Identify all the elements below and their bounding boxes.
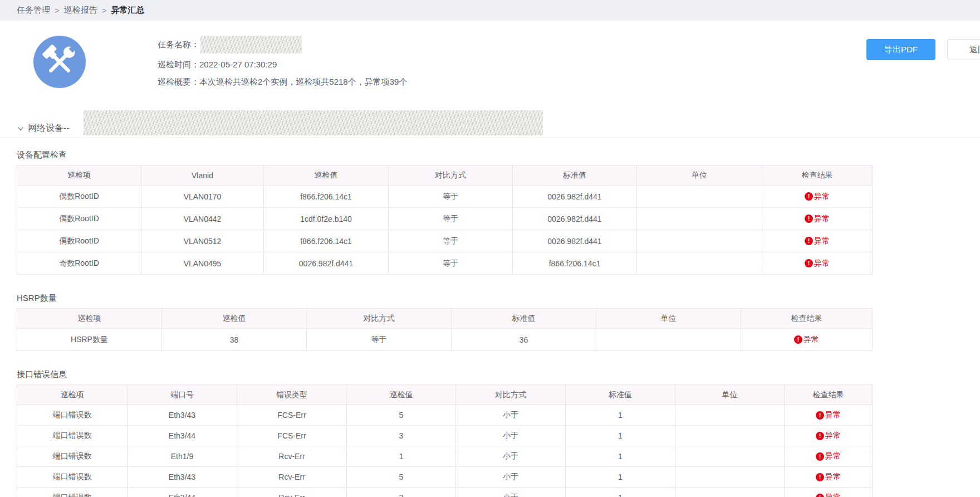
table-cell: 小于 [456,467,566,488]
table-cell [675,467,785,488]
status-badge: !异常 [816,410,841,420]
inspection-table: 巡检项Vlanid巡检值对比方式标准值单位检查结果偶数RootIDVLAN017… [17,165,873,275]
task-tools-icon [33,36,86,88]
column-header: Vlanid [141,165,264,186]
status-badge: !异常 [805,259,830,269]
status-label: 异常 [814,214,830,224]
column-header: 巡检项 [17,385,128,405]
column-header: 检查结果 [785,385,873,405]
table-cell: 5 [347,405,456,426]
status-label: 异常 [825,451,841,461]
table-cell: VLAN0170 [141,186,264,208]
table-cell: !异常 [785,467,873,488]
breadcrumb-item-inspection-report[interactable]: 巡检报告 [64,5,97,16]
table-cell: !异常 [762,252,873,275]
exclamation-circle-icon: ! [794,335,802,344]
exclamation-circle-icon: ! [816,432,824,440]
task-name-redacted-value [200,36,302,53]
table-cell: 36 [452,329,596,351]
table-row: 奇数RootIDVLAN04950026.982f.d441等于f866.f20… [17,252,873,275]
column-header: 对比方式 [389,165,513,186]
table-cell: 1 [566,467,675,488]
column-header: 端口号 [128,385,237,405]
table-cell: 奇数RootID [17,252,141,275]
table-cell: 1 [566,426,675,446]
tables-area: 设备配置检查巡检项Vlanid巡检值对比方式标准值单位检查结果偶数RootIDV… [17,149,872,497]
table-cell [675,488,785,497]
export-pdf-button[interactable]: 导出PDF [866,39,935,60]
table-cell: 1cdf.0f2e.b140 [264,208,389,230]
table-cell: 等于 [389,186,513,208]
inspection-table: 巡检项端口号错误类型巡检值对比方式标准值单位检查结果端口错误数Eth3/43FC… [17,384,873,497]
task-info-panel: 任务名称： 巡检时间： 2022-05-27 07:30:29 巡检概要： 本次… [158,36,407,93]
column-header: 标准值 [566,385,675,405]
table-cell: 端口错误数 [17,467,128,488]
table-cell: !异常 [762,230,873,252]
table-row: 端口错误数Eth3/43Rcv-Err5小于1!异常 [17,467,873,488]
column-header: 单位 [675,385,785,405]
table-row: 偶数RootIDVLAN0512f866.f206.14c1等于0026.982… [17,230,873,252]
status-label: 异常 [814,259,830,269]
table-cell: 端口错误数 [17,488,128,497]
table-cell: !异常 [762,186,873,208]
status-badge: !异常 [816,493,841,497]
table-cell: f866.f206.14c1 [513,252,637,275]
table-cell: 偶数RootID [17,230,141,252]
table-cell: 小于 [456,405,566,426]
table-cell [675,446,785,467]
table-cell: VLAN0442 [141,208,264,230]
column-header: 单位 [596,309,741,329]
table-cell: 小于 [456,426,566,446]
table-cell: 0026.982f.d441 [264,252,389,275]
table-cell: FCS-Err [237,405,347,426]
table-row: 端口错误数Eth1/9Rcv-Err1小于1!异常 [17,446,873,467]
exclamation-circle-icon: ! [805,215,813,223]
table-cell: 1 [566,446,675,467]
table-cell: 3 [347,488,456,497]
table-cell: 等于 [389,230,513,252]
table-cell: Rcv-Err [237,488,347,497]
table-row: HSRP数量38等于36!异常 [17,329,873,351]
table-cell: 5 [347,467,456,488]
table-cell: 38 [162,329,307,351]
table-cell: 端口错误数 [17,405,128,426]
table-cell: Rcv-Err [237,446,347,467]
exclamation-circle-icon: ! [805,237,813,245]
device-section-toggle[interactable]: 网络设备-- [17,123,70,134]
back-button[interactable]: 返回 [947,39,980,60]
exclamation-circle-icon: ! [816,411,824,420]
status-label: 异常 [803,335,819,345]
table-cell: 偶数RootID [17,186,141,208]
status-label: 异常 [825,493,841,497]
status-label: 异常 [825,410,841,420]
exclamation-circle-icon: ! [816,473,824,481]
column-header: 巡检项 [17,309,162,329]
status-badge: !异常 [816,431,841,441]
table-cell: 1 [566,488,675,497]
column-header: 检查结果 [741,309,873,329]
device-section-title: 网络设备-- [28,123,70,134]
table-cell: f866.f206.14c1 [264,186,389,208]
table-row: 端口错误数Eth3/43FCS-Err5小于1!异常 [17,405,873,426]
exclamation-circle-icon: ! [805,192,813,201]
table-cell: Eth3/44 [128,426,237,446]
table-cell: Rcv-Err [237,467,347,488]
column-header: 巡检值 [162,309,307,329]
status-label: 异常 [814,192,830,202]
table-cell [637,208,762,230]
status-badge: !异常 [805,236,830,246]
breadcrumb-item-task-management[interactable]: 任务管理 [17,5,50,16]
column-header: 标准值 [452,309,596,329]
table-cell: 等于 [389,208,513,230]
table-cell: 0026.982f.d441 [513,186,637,208]
column-header: 错误类型 [237,385,347,405]
table-cell: 3 [347,426,456,446]
table-cell: Eth3/43 [128,467,237,488]
table-cell: 偶数RootID [17,208,141,230]
table-cell: VLAN0512 [141,230,264,252]
table-cell: Eth3/43 [128,405,237,426]
table-row: 端口错误数Eth3/44Rcv-Err3小于1!异常 [17,488,873,497]
table-row: 端口错误数Eth3/44FCS-Err3小于1!异常 [17,426,873,446]
table-cell: !异常 [785,488,873,497]
table-cell: !异常 [785,405,873,426]
